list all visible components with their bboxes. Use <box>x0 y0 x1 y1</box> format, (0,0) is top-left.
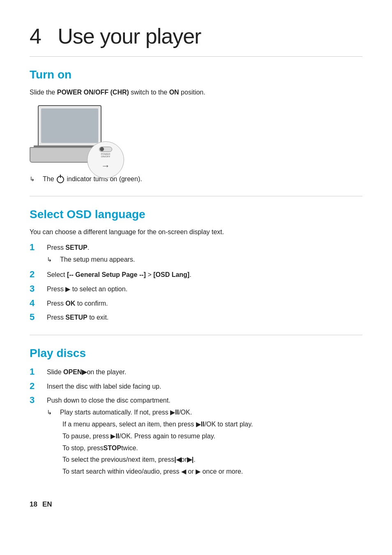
play-step-3-text: Push down to close the disc compartment.… <box>47 394 253 479</box>
osd-step-3: 3 Press ▶ to select an option. <box>30 283 362 295</box>
play-step-num-2: 2 <box>30 380 45 392</box>
osd-step-1: 1 Press SETUP. ↳ The setup menu appears. <box>30 242 362 267</box>
play-bullet-4: To select the previous/next item, press … <box>62 455 253 465</box>
turn-on-body: Slide the POWER ON/OFF (CHR) switch to t… <box>30 88 362 98</box>
play-bullet-2: To pause, press ▶II/OK. Press again to r… <box>62 431 253 442</box>
step-num-3: 3 <box>30 283 45 295</box>
step-num-1: 1 <box>30 242 45 253</box>
arrow-sym-play: ↳ <box>47 408 58 417</box>
step-3-text: Press ▶ to select an option. <box>47 283 127 295</box>
osd-heading: Select OSD language <box>30 205 362 223</box>
step-1-text: Press SETUP. ↳ The setup menu appears. <box>47 242 135 267</box>
player-device-drawing: POWERON/OFF → <box>30 105 112 167</box>
step-1-result: ↳ The setup menu appears. <box>47 255 135 265</box>
step-2-text: Select [-- General Setup Page --] > [OSD… <box>47 269 191 280</box>
power-switch-label: POWER ON/OFF (CHR) <box>57 89 129 96</box>
play-discs-heading: Play discs <box>30 344 362 362</box>
turn-on-heading: Turn on <box>30 66 362 83</box>
play-step-num-1: 1 <box>30 366 45 378</box>
device-screen <box>38 105 101 146</box>
switch-small-label: POWERON/OFF <box>101 153 111 158</box>
osd-section: Select OSD language You can choose a dif… <box>30 205 362 323</box>
next-label: ▶| <box>187 455 194 465</box>
chapter-number: 4 <box>30 24 41 48</box>
arrow-right-indicator: → <box>101 159 110 173</box>
setup-label-1: SETUP <box>65 244 87 251</box>
play-bullet-list: If a menu appears, select an item, then … <box>62 419 253 477</box>
play-bullet-5: To start search within video/audio, pres… <box>62 467 253 477</box>
osd-lang-label: [OSD Lang] <box>153 271 189 278</box>
play-result-text: Play starts automatically. If not, press… <box>60 408 192 418</box>
footer-page-number: 18 <box>30 499 37 510</box>
play-steps-list: 1 Slide OPEN▶on the player. 2 Insert the… <box>30 366 362 479</box>
power-callout-circle: POWERON/OFF → <box>87 141 124 178</box>
step-num-2: 2 <box>30 269 45 281</box>
play-step-3-result: ↳ Play starts automatically. If not, pre… <box>47 408 253 418</box>
arrow-sym-1: ↳ <box>47 255 58 264</box>
play-step-3: 3 Push down to close the disc compartmen… <box>30 394 362 479</box>
general-setup-label: [-- General Setup Page --] <box>67 271 146 278</box>
ok-label: OK <box>65 300 75 307</box>
stop-label: STOP <box>104 443 121 454</box>
osd-step-2: 2 Select [-- General Setup Page --] > [O… <box>30 269 362 281</box>
play-bullet-3: To stop, press STOP twice. <box>62 443 253 454</box>
footer-language: EN <box>42 499 52 510</box>
step-5-text: Press SETUP to exit. <box>47 311 108 323</box>
turn-on-result: ↳ The indicator turns on (green). <box>30 174 362 184</box>
chapter-heading: 4 Use your player <box>30 20 362 53</box>
prev-label: |◀ <box>174 455 181 465</box>
rule-after-title <box>30 56 362 57</box>
chapter-title-text: Use your player <box>58 24 201 48</box>
turn-on-section: Turn on Slide the POWER ON/OFF (CHR) swi… <box>30 66 362 184</box>
switch-body <box>99 147 112 152</box>
footer: 18 EN <box>30 495 362 510</box>
switch-track <box>99 147 112 152</box>
play-step-2-text: Insert the disc with label side facing u… <box>47 380 161 392</box>
setup-label-2: SETUP <box>65 314 87 321</box>
screen-inner <box>41 108 98 143</box>
osd-intro: You can choose a different language for … <box>30 227 362 237</box>
device-illustration: POWERON/OFF → <box>30 105 362 167</box>
play-discs-section: Play discs 1 Slide OPEN▶on the player. 2… <box>30 344 362 479</box>
play-step-1: 1 Slide OPEN▶on the player. <box>30 366 362 378</box>
play-step-1-text: Slide OPEN▶on the player. <box>47 366 126 378</box>
osd-step-5: 5 Press SETUP to exit. <box>30 311 362 323</box>
open-label: OPEN▶ <box>63 368 87 375</box>
play-step-2: 2 Insert the disc with label side facing… <box>30 380 362 392</box>
play-bullet-1: If a menu appears, select an item, then … <box>62 419 253 430</box>
arrow-symbol: ↳ <box>30 174 41 184</box>
step-num-4: 4 <box>30 297 45 309</box>
step-num-5: 5 <box>30 311 45 323</box>
rule-after-turn-on <box>30 196 362 196</box>
on-label: ON <box>169 89 179 96</box>
power-result-text: The indicator turns on (green). <box>43 174 142 184</box>
step-4-text: Press OK to confirm. <box>47 297 108 309</box>
rule-after-osd <box>30 335 362 335</box>
osd-steps-list: 1 Press SETUP. ↳ The setup menu appears.… <box>30 242 362 323</box>
switch-knob <box>100 147 104 151</box>
step-1-result-text: The setup menu appears. <box>60 255 135 265</box>
osd-step-4: 4 Press OK to confirm. <box>30 297 362 309</box>
play-step-num-3: 3 <box>30 394 45 406</box>
